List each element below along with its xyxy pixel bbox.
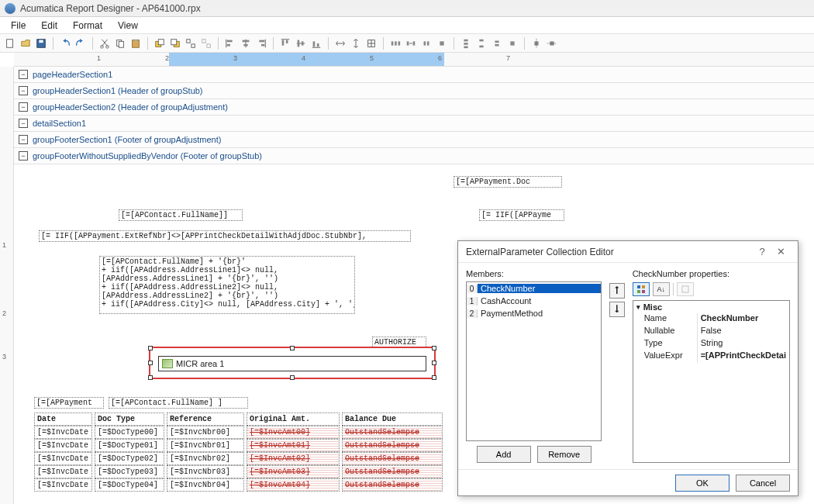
hspace-dec-icon[interactable] (419, 36, 433, 50)
field-appayment-short[interactable]: [=[APPayment (34, 397, 104, 409)
vspace-inc-icon[interactable] (474, 36, 488, 50)
grid-header-cell[interactable]: Reference (167, 413, 244, 426)
collapse-icon[interactable]: − (19, 70, 28, 79)
grid-cell[interactable]: OutstandSelempse (342, 465, 443, 478)
collapse-icon[interactable]: − (19, 102, 28, 112)
micr-selection[interactable]: MICR area 1 (149, 347, 436, 379)
section-hdr[interactable]: −detailSection1 (14, 116, 814, 132)
same-size-icon[interactable] (364, 36, 378, 50)
ok-button[interactable]: OK (675, 475, 729, 492)
property-pages-icon[interactable] (677, 282, 694, 296)
collapse-icon[interactable]: − (19, 135, 28, 144)
new-icon[interactable] (3, 36, 17, 50)
members-listbox[interactable]: 0CheckNumber1CashAccount2PaymentMethod (466, 281, 602, 441)
copy-icon[interactable] (113, 36, 127, 50)
grid-cell[interactable]: [=$DocType02] (95, 452, 164, 465)
vspace-dec-icon[interactable] (490, 36, 504, 50)
propgrid-category[interactable]: ▾Misc (633, 301, 789, 313)
member-item[interactable]: 1CashAccount (467, 295, 601, 307)
grid-header-cell[interactable]: Original Amt. (247, 413, 340, 426)
hspace-inc-icon[interactable] (404, 36, 418, 50)
grid-cell[interactable]: OutstandSelempse (342, 426, 443, 439)
cancel-button[interactable]: Cancel (736, 475, 790, 492)
section-hdr[interactable]: −groupHeaderSection1 (Header of groupStu… (14, 83, 814, 99)
grid-cell[interactable]: [=$InvcAmt02] (247, 452, 340, 465)
grid-cell[interactable]: [=$InvcDate (34, 439, 92, 452)
ungroup-icon[interactable] (199, 36, 213, 50)
cut-icon[interactable] (98, 36, 112, 50)
field-iif-long[interactable]: [= IIF([APPayment.ExtRefNbr]<>[APPrintCh… (39, 230, 411, 242)
grid-cell[interactable]: [=$InvcDate (34, 426, 92, 439)
grid-cell[interactable]: [=$DocType03] (95, 465, 164, 478)
collapse-icon[interactable]: − (19, 151, 28, 161)
propgrid-row[interactable]: NullableFalse (633, 326, 789, 338)
vspace-equal-icon[interactable] (459, 36, 473, 50)
collapse-icon[interactable]: − (19, 86, 28, 95)
external-parameter-dialog[interactable]: ExternalParameter Collection Editor ? ✕ … (457, 240, 798, 496)
dialog-titlebar[interactable]: ExternalParameter Collection Editor ? ✕ (458, 241, 798, 263)
menu-file[interactable]: File (3, 19, 33, 33)
grid-cell[interactable]: OutstandSelempse (342, 478, 443, 492)
grid-header-cell[interactable]: Date (34, 413, 92, 426)
grid-cell[interactable]: [=$InvcAmt01] (247, 439, 340, 452)
grid-cell[interactable]: OutstandSelempse (342, 439, 443, 452)
remove-button[interactable]: Remove (537, 446, 592, 463)
align-center-icon[interactable] (239, 36, 253, 50)
close-icon[interactable]: ✕ (771, 244, 790, 260)
ruler-horizontal[interactable]: 1 2 3 4 5 6 7 (14, 53, 814, 67)
open-icon[interactable] (19, 36, 33, 50)
grid-cell[interactable]: [=$InvcNbr00] (167, 426, 244, 439)
field-apcontact2[interactable]: [=[APContact.FullName] ] (109, 397, 248, 409)
propgrid-row[interactable]: TypeString (633, 338, 789, 350)
same-width-icon[interactable] (333, 36, 347, 50)
help-icon[interactable]: ? (753, 244, 771, 260)
grid-cell[interactable]: [=$InvcNbr02] (167, 452, 244, 465)
menu-edit[interactable]: Edit (33, 19, 65, 33)
hspace-rem-icon[interactable] (435, 36, 449, 50)
field-appayment-doc[interactable]: [=[APPayment.Doc (454, 176, 562, 188)
member-item[interactable]: 2PaymentMethod (467, 307, 601, 319)
grid-cell[interactable]: [=$DocType04] (95, 478, 164, 492)
propgrid-row[interactable]: ValueExpr=[APPrintCheckDetai (633, 350, 789, 363)
grid-cell[interactable]: [=$InvcNbr03] (167, 465, 244, 478)
align-bottom-icon[interactable] (309, 36, 323, 50)
grid-cell[interactable]: [=$DocType01] (95, 439, 164, 452)
member-item[interactable]: 0CheckNumber (467, 282, 601, 295)
move-up-icon[interactable]: 🠕 (609, 283, 625, 299)
same-height-icon[interactable] (349, 36, 363, 50)
hspace-equal-icon[interactable] (388, 36, 402, 50)
align-middle-icon[interactable] (294, 36, 308, 50)
grid-cell[interactable]: [=$InvcDate (34, 452, 92, 465)
grid-cell[interactable]: [=$InvcAmt04] (247, 478, 340, 492)
vspace-rem-icon[interactable] (505, 36, 519, 50)
ruler-vertical[interactable]: 1 2 3 (0, 67, 14, 504)
paste-icon[interactable] (129, 36, 143, 50)
grid-cell[interactable]: [=$InvcDate (34, 478, 92, 492)
align-top-icon[interactable] (278, 36, 292, 50)
grid-header-cell[interactable]: Doc Type (95, 413, 164, 426)
menu-format[interactable]: Format (65, 19, 110, 33)
grid-header-cell[interactable]: Balance Due (342, 413, 443, 426)
send-back-icon[interactable] (168, 36, 182, 50)
grid-cell[interactable]: [=$InvcNbr01] (167, 439, 244, 452)
grid-cell[interactable]: [=$InvcAmt00] (247, 426, 340, 439)
alphabetical-icon[interactable]: A↓ (653, 282, 670, 296)
grid-cell[interactable]: [=$DocType00] (95, 426, 164, 439)
grid-cell[interactable]: [=$InvcNbr04] (167, 478, 244, 492)
align-right-icon[interactable] (254, 36, 268, 50)
categorized-icon[interactable] (633, 282, 650, 296)
micr-field[interactable]: MICR area 1 (158, 356, 426, 371)
center-h-icon[interactable] (529, 36, 543, 50)
field-address-block[interactable]: [=[APContact.FullName] + '{br}' + iif([A… (99, 256, 355, 314)
grid-cell[interactable]: [=$InvcDate (34, 465, 92, 478)
center-v-icon[interactable] (545, 36, 559, 50)
grid-cell[interactable]: OutstandSelempse (342, 452, 443, 465)
collapse-icon[interactable]: − (19, 119, 28, 128)
grid-cell[interactable]: [=$InvcAmt03] (247, 465, 340, 478)
add-button[interactable]: Add (477, 446, 531, 463)
section-hdr[interactable]: −groupFooterSection1 (Footer of groupAdj… (14, 132, 814, 148)
section-hdr[interactable]: −groupHeaderSection2 (Header of groupAdj… (14, 99, 814, 116)
bring-front-icon[interactable] (153, 36, 167, 50)
field-iif-appayme[interactable]: [= IIF([APPayme (479, 209, 564, 221)
undo-icon[interactable] (58, 36, 72, 50)
